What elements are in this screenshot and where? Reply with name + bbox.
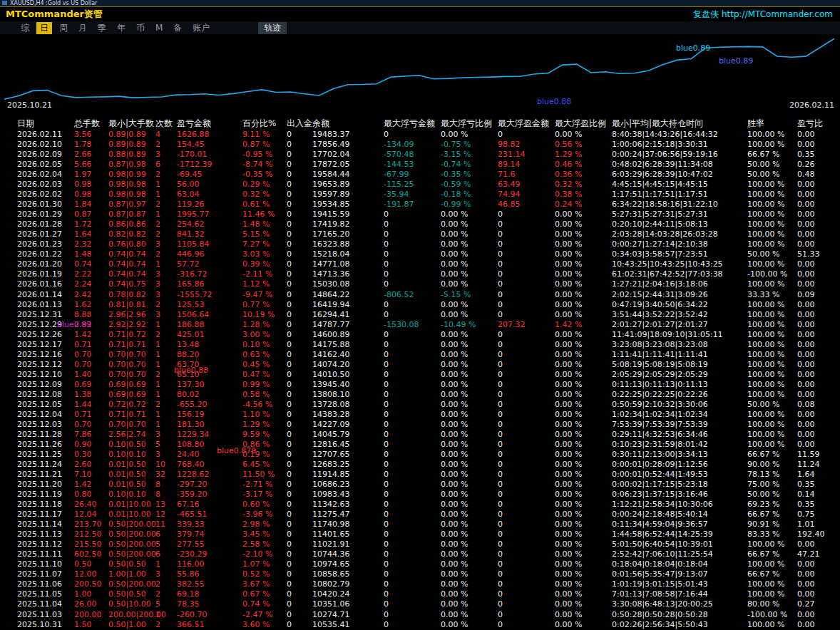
cell-pl: 156.19 [177, 410, 242, 420]
table-row[interactable]: 2025.12.292.922.92|2.921186.881.28 %0147… [0, 320, 840, 330]
table-row[interactable]: 2025.12.318.882.96|2.9631506.6410.19 %01… [0, 310, 840, 320]
table-row[interactable]: 2026.02.113.560.89|0.8941626.889.11 %019… [0, 130, 840, 140]
cell-pct: 0.10 % [242, 340, 287, 350]
table-row[interactable]: 2025.12.101.400.70|0.70265.100.47 %01401… [0, 370, 840, 380]
table-row[interactable]: 2026.01.131.620.81|0.812125.530.77 %0164… [0, 300, 840, 310]
cell-hold_time: 0:00:02|1:17:15|5:23:18 [612, 480, 747, 490]
table-row[interactable]: 2025.12.051.440.72|0.722-655.20-4.56 %01… [0, 400, 840, 410]
menu-tab-账户[interactable]: 账户 [189, 22, 213, 34]
table-row[interactable]: 2025.11.0426.000.50|10.00578.350.74 %010… [0, 599, 840, 609]
col-header-max_float_loss[interactable]: 最大浮亏金额 [384, 118, 441, 130]
table-row[interactable]: 2026.01.142.420.78|0.823-1555.72-9.47 %0… [0, 290, 840, 300]
col-header-date[interactable]: 日期 [17, 118, 74, 130]
table-row[interactable]: 2025.11.201.420.01|0.508-297.20-2.71 %01… [0, 480, 840, 490]
table-row[interactable]: 2025.11.287.862.56|2.7431229.349.59 %014… [0, 430, 840, 440]
table-row[interactable]: 2025.12.120.700.70|0.70163.700.45 %01407… [0, 360, 840, 370]
table-row[interactable]: 2026.01.221.480.74|0.742446.963.03 %0152… [0, 249, 840, 259]
table-row[interactable]: 2025.11.1712.040.01|10.0012-465.51-3.96 … [0, 510, 840, 520]
cell-win_rate: 100.00 % [747, 310, 797, 320]
menu-tab-M[interactable]: M [152, 23, 166, 33]
table-row[interactable]: 2026.01.290.870.87|0.8711995.7711.46 %01… [0, 210, 840, 220]
menu-tab-币[interactable]: 币 [133, 22, 148, 34]
table-row[interactable]: 2025.11.06200.500.50|200.002382.553.67 %… [0, 579, 840, 589]
col-header-max_float_profit[interactable]: 最大浮盈金额 [498, 118, 555, 130]
table-row[interactable]: 2025.11.0712.001.00|1.00355.860.52 %0108… [0, 569, 840, 579]
table-row[interactable]: 2025.11.100.500.50|0.501116.001.07 %0109… [0, 559, 840, 569]
cell-count: 6 [155, 160, 177, 170]
col-header-min_max_lots[interactable]: 最小|大手数 [108, 118, 155, 130]
table-row[interactable]: 2026.01.301.840.87|0.972119.260.61 %0195… [0, 200, 840, 210]
col-header-inout[interactable]: 出入金 [287, 118, 312, 130]
table-row[interactable]: 2025.12.040.710.71|0.711156.191.10 %0143… [0, 410, 840, 420]
cell-inout: 0 [287, 130, 312, 140]
table-row[interactable]: 2026.01.162.240.74|0.753165.861.12 %0150… [0, 279, 840, 289]
table-row[interactable]: 2026.01.200.740.74|0.74157.720.39 %01477… [0, 259, 840, 269]
col-header-max_float_loss_pct[interactable]: 最大浮亏比例 [441, 118, 498, 130]
cell-date: 2026.01.30 [17, 200, 74, 210]
cell-lots: 7.10 [74, 470, 108, 480]
cell-date: 2025.11.03 [17, 610, 74, 620]
menu-tab-综[interactable]: 综 [17, 22, 33, 34]
menu-tab-周[interactable]: 周 [56, 22, 71, 34]
table-row[interactable]: 2026.02.020.980.98|0.98163.040.32 %01959… [0, 190, 840, 200]
table-row[interactable]: 2025.11.250.300.10|0.10324.400.19 %01270… [0, 450, 840, 460]
col-header-hold_time[interactable]: 最小|平均|最大持仓时间 [612, 118, 747, 130]
table-row[interactable]: 2025.12.081.380.69|0.69180.020.58 %01380… [0, 390, 840, 400]
cell-win_rate: 100.00 % [747, 300, 797, 310]
cell-pct: 2.98 % [242, 520, 287, 530]
cell-max_float_profit: 0 [498, 579, 555, 589]
table-row[interactable]: 2025.12.030.700.70|0.701181.301.29 %0142… [0, 420, 840, 430]
cell-inout: 0 [287, 450, 312, 460]
menu-tab-日[interactable]: 日 [36, 22, 52, 34]
table-row[interactable]: 2025.12.261.420.71|0.722425.013.00 %0146… [0, 330, 840, 340]
table-row[interactable]: 2025.12.170.710.71|0.71113.480.10 %01417… [0, 340, 840, 350]
menu-tab-季[interactable]: 季 [94, 22, 110, 34]
col-header-pct[interactable]: 百分比% [242, 118, 287, 130]
col-header-max_float_profit_pct[interactable]: 最大浮盈比例 [555, 118, 612, 130]
menu-tab-月[interactable]: 月 [75, 22, 91, 34]
table-row[interactable]: 2025.11.14213.700.50|200.0011339.332.98 … [0, 520, 840, 530]
table-row[interactable]: 2025.11.260.900.10|0.505108.800.86 %0128… [0, 440, 840, 450]
col-header-pl[interactable]: 盈亏金额 [177, 118, 242, 130]
table-row[interactable]: 2026.02.101.780.89|0.892154.450.87 %0178… [0, 140, 840, 150]
table-row[interactable]: 2026.02.041.970.98|0.992-69.45-0.35 %019… [0, 170, 840, 180]
table-row[interactable]: 2026.01.192.220.74|0.743-316.72-2.11 %01… [0, 269, 840, 279]
table-row[interactable]: 2025.11.03200.00200.00|200.001-260.70-2.… [0, 610, 840, 620]
cell-max_float_profit: 63.49 [498, 180, 555, 190]
table-row[interactable]: 2026.02.055.660.87|0.986-1712.39-8.74 %0… [0, 160, 840, 170]
table-row[interactable]: 2026.01.232.320.76|0.8031105.847.27 %016… [0, 239, 840, 249]
table-row[interactable]: 2026.01.281.720.86|0.862254.621.48 %0174… [0, 220, 840, 229]
table-row[interactable]: 2025.11.11602.500.50|200.006-230.29-2.10… [0, 549, 840, 559]
cell-win_rate: 50.00 % [747, 249, 797, 259]
col-header-pl_ratio[interactable]: 盈亏比 [797, 118, 840, 130]
table-row[interactable]: 2026.01.271.640.82|0.822841.325.15 %0171… [0, 229, 840, 239]
cell-pl: 119.26 [177, 200, 242, 210]
table-row[interactable]: 2025.11.190.800.10|0.108-359.20-3.17 %01… [0, 490, 840, 500]
table-row[interactable]: 2025.11.12215.500.50|200.005277.552.58 %… [0, 539, 840, 549]
table-row[interactable]: 2025.11.217.100.01|0.50321228.6211.50 %0… [0, 470, 840, 480]
menu-tab-备[interactable]: 备 [170, 22, 185, 34]
menu-tab-trajectory[interactable]: 轨迹 [258, 22, 287, 34]
cell-max_float_profit: 0 [498, 390, 555, 400]
table-row[interactable]: 2025.12.090.690.69|0.691137.300.99 %0139… [0, 380, 840, 390]
col-header-win_rate[interactable]: 胜率 [747, 118, 797, 130]
cell-max_float_loss: 0 [384, 460, 441, 470]
table-row[interactable]: 2025.12.160.700.70|0.70188.200.63 %01416… [0, 350, 840, 360]
cell-pct: 1.28 % [242, 320, 287, 330]
cell-win_rate: 100.00 % [747, 539, 797, 549]
table-row[interactable]: 2025.11.13212.500.50|200.006379.743.45 %… [0, 530, 840, 539]
table-row[interactable]: 2026.02.030.980.98|0.98156.000.29 %01965… [0, 180, 840, 190]
brand-link[interactable]: 复盘侠 http://MTCommander.com [693, 9, 833, 21]
table-row[interactable]: 2025.11.242.600.01|0.5010768.406.45 %012… [0, 460, 840, 470]
cell-pct: 1.10 % [242, 410, 287, 420]
table-row[interactable]: 2026.02.092.660.88|0.893-170.01-0.95 %01… [0, 150, 840, 160]
menu-tab-年[interactable]: 年 [113, 22, 129, 34]
table-row[interactable]: 2025.11.1826.400.01|10.001367.160.60 %01… [0, 500, 840, 510]
table-row[interactable]: 2025.10.311.500.50|1.002366.513.60 %0105… [0, 620, 840, 630]
col-header-count[interactable]: 次数 [155, 118, 177, 130]
col-header-lots[interactable]: 总手数 [74, 118, 108, 130]
col-header-balance[interactable]: 余额 [312, 118, 384, 130]
cell-max_float_loss_pct: 0.00 % [441, 239, 498, 249]
table-row[interactable]: 2025.11.051.000.50|0.50269.180.67 %01042… [0, 589, 840, 599]
cell-pl: -297.20 [177, 480, 242, 490]
